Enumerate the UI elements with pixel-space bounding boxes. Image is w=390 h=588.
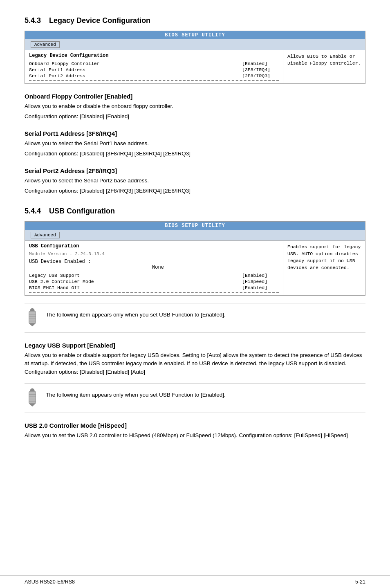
footer-right: 5-21 [355, 579, 365, 585]
bios-label-serial2: Serial Port2 Address [29, 73, 242, 79]
section-543-title: 5.4.3 Legacy Device Configuration [25, 16, 365, 25]
bios-usb-devices-value: None [29, 265, 279, 270]
note-text-1: The following item appears only when you… [46, 307, 226, 319]
footer-left: ASUS RS520-E6/RS8 [25, 579, 75, 585]
config-floppy: Configuration options: [Disabled] [Enabl… [25, 112, 365, 121]
bios-label-ehci: BIOS EHCI Hand-Off [29, 285, 242, 290]
note-box-2: The following item appears only when you… [25, 383, 365, 413]
bios-right-544: Enables support for legacy USB. AUTO opt… [283, 241, 365, 295]
bios-row-usb2-mode: USB 2.0 Controller Mode [HiSpeed] [29, 279, 279, 284]
bios-value-floppy: [Enabled] [242, 61, 279, 66]
subsection-usb2-mode: USB 2.0 Controller Mode [HiSpeed] Allows… [25, 422, 365, 440]
bios-header-543: BIOS SETUP UTILITY [25, 31, 365, 39]
bios-row-ehci: BIOS EHCI Hand-Off [Enabled] [29, 285, 279, 290]
bios-right-543: Allows BIOS to Enable or Disable Floppy … [283, 50, 365, 83]
desc-legacy-usb: Allows you to enable or disable support … [25, 351, 365, 377]
svg-rect-5 [29, 392, 36, 404]
bios-left-title-544: USB Configuration [29, 243, 279, 249]
bios-usb-devices-label: USB Devices Enabled : [29, 259, 279, 265]
bios-usb-devices: USB Devices Enabled : None [29, 259, 279, 270]
subsection-serial1: Serial Port1 Address [3F8/IRQ4] Allows y… [25, 130, 365, 158]
sub-heading-floppy: Onboard Floppy Controller [Enabled] [25, 93, 365, 100]
config-serial2: Configuration options: [Disabled] [2F8/I… [25, 187, 365, 195]
pencil-icon-2 [25, 388, 40, 408]
note-text-2: The following item appears only when you… [46, 388, 226, 399]
desc-usb2-mode: Allows you to set the USB 2.0 controller… [25, 431, 365, 440]
bios-box-543: BIOS SETUP UTILITY Advanced Legacy Devic… [25, 31, 365, 84]
sub-heading-usb2-mode: USB 2.0 Controller Mode [HiSpeed] [25, 422, 365, 429]
config-serial1: Configuration options: [Disabled] [3F8/I… [25, 150, 365, 158]
sub-heading-legacy-usb: Legacy USB Support [Enabled] [25, 342, 365, 349]
bios-row-floppy: Onboard Floppy Controller [Enabled] [29, 61, 279, 66]
subsection-floppy: Onboard Floppy Controller [Enabled] Allo… [25, 93, 365, 121]
bios-advanced-tab-544: Advanced [31, 232, 60, 238]
bios-label-usb2-mode: USB 2.0 Controller Mode [29, 279, 242, 284]
bios-value-serial1: [3F8/IRQ4] [242, 67, 279, 72]
bios-module-version: Module Version - 2.24.3-13.4 [29, 251, 279, 256]
sub-heading-serial1: Serial Port1 Address [3F8/IRQ4] [25, 130, 365, 137]
section-544-title: 5.4.4 USB Configuration [25, 207, 365, 215]
bios-value-usb2-mode: [HiSpeed] [242, 279, 279, 284]
bios-value-legacy-usb: [Enabled] [242, 273, 279, 278]
bios-value-serial2: [2F8/IRQ3] [242, 73, 279, 79]
bios-left-title-543: Legacy Device Configuration [29, 53, 279, 58]
footer: ASUS RS520-E6/RS8 5-21 [0, 575, 390, 588]
bios-label-serial1: Serial Port1 Address [29, 67, 242, 72]
bios-row-legacy-usb: Legacy USB Support [Enabled] [29, 273, 279, 278]
desc-floppy: Allows you to enable or disable the onbo… [25, 102, 365, 111]
bios-row-serial1: Serial Port1 Address [3F8/IRQ4] [29, 67, 279, 72]
subsection-serial2: Serial Port2 Address [2F8/IRQ3] Allows y… [25, 167, 365, 195]
bios-label-legacy-usb: Legacy USB Support [29, 273, 242, 278]
svg-rect-0 [29, 311, 36, 323]
desc-serial2: Allows you to select the Serial Port2 ba… [25, 177, 365, 185]
subsection-legacy-usb: Legacy USB Support [Enabled] Allows you … [25, 342, 365, 377]
bios-header-544: BIOS SETUP UTILITY [25, 222, 365, 230]
bios-box-544: BIOS SETUP UTILITY Advanced USB Configur… [25, 221, 365, 296]
note-box-1: The following item appears only when you… [25, 303, 365, 333]
sub-heading-serial2: Serial Port2 Address [2F8/IRQ3] [25, 167, 365, 174]
bios-label-floppy: Onboard Floppy Controller [29, 61, 242, 66]
pencil-icon-1 [25, 307, 40, 328]
bios-advanced-tab-543: Advanced [31, 41, 60, 48]
bios-row-serial2: Serial Port2 Address [2F8/IRQ3] [29, 73, 279, 79]
desc-serial1: Allows you to select the Serial Port1 ba… [25, 139, 365, 148]
bios-value-ehci: [Enabled] [242, 285, 279, 290]
